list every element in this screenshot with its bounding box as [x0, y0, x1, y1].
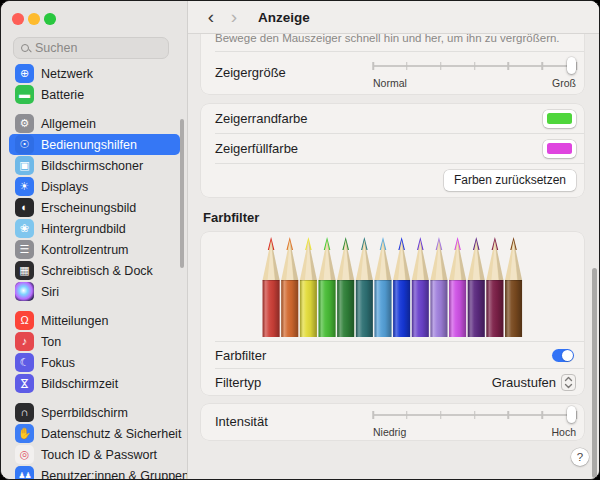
close-button[interactable] [12, 13, 24, 25]
sidebar-item-label: Kontrollzentrum [41, 243, 129, 257]
sidebar-item-label: Erscheinungsbild [41, 201, 136, 215]
color-pencils-svg [262, 236, 523, 337]
content-scrollbar[interactable] [592, 268, 597, 478]
intensity-card: Intensität Niedrig Hoch [201, 404, 584, 440]
sidebar-item-mitteilungen[interactable]: ΩMitteilungen [9, 310, 180, 331]
slider-tick [474, 411, 476, 419]
sidebar-item-kontrollzentrum[interactable]: ☰Kontrollzentrum [9, 239, 180, 260]
search-placeholder: Suchen [35, 41, 77, 55]
pointer-outline-color-well[interactable] [543, 110, 576, 128]
sidebar-item-label: Mitteilungen [41, 314, 108, 328]
sidebar: Suchen ⊕Netzwerk▬Batterie⚙Allgemein☉Bedi… [1, 1, 188, 480]
filter-type-value: Graustufen [492, 375, 556, 390]
ton-icon: ♪ [15, 332, 34, 351]
help-button[interactable]: ? [571, 448, 589, 466]
bildschirmzeit-icon: ⋈ [15, 374, 34, 393]
sidebar-item-displays[interactable]: ☀Displays [9, 176, 180, 197]
system-settings-window: Suchen ⊕Netzwerk▬Batterie⚙Allgemein☉Bedi… [0, 0, 600, 480]
pointer-colors-card: Zeigerrandfarbe Zeigerfüllfarbe Farben z… [201, 104, 584, 197]
sidebar-item-label: Bildschirmzeit [41, 377, 118, 391]
sidebar-item-label: Bedienungshilfen [41, 138, 137, 152]
filter-type-popup[interactable]: Graustufen [492, 374, 576, 391]
slider-tick [541, 62, 543, 70]
sidebar-item-siri[interactable]: Siri [9, 281, 180, 302]
sidebar-item-label: Touch ID & Passwort [41, 448, 157, 462]
sidebar-item-netzwerk[interactable]: ⊕Netzwerk [9, 63, 180, 84]
color-filters-card: Farbfilter Filtertyp Graustufen [201, 232, 584, 395]
search-field[interactable]: Suchen [13, 37, 169, 59]
sidebar-item-bedienungshilfen[interactable]: ☉Bedienungshilfen [9, 134, 180, 155]
sidebar-item-ton[interactable]: ♪Ton [9, 331, 180, 352]
pointer-outline-color-label: Zeigerrandfarbe [215, 111, 308, 126]
color-filter-toggle[interactable] [552, 349, 574, 362]
intensity-slider[interactable]: Niedrig Hoch [373, 406, 576, 438]
slider-max-label: Hoch [551, 426, 576, 438]
benutzer-icon: ♟♟ [15, 466, 34, 480]
pointer-size-slider[interactable]: Normal Groß [373, 57, 576, 89]
slider-thumb[interactable] [567, 57, 576, 74]
slider-min-label: Normal [373, 77, 407, 89]
back-button[interactable]: ‹ [202, 3, 220, 31]
sidebar-item-datenschutz[interactable]: ✋Datenschutz & Sicherheit [9, 423, 180, 444]
bedienungshilfen-icon: ☉ [15, 135, 34, 154]
color-filter-toggle-row: Farbfilter [201, 342, 584, 368]
color-filters-section-header: Farbfilter [203, 210, 584, 225]
slider-tick [508, 411, 510, 419]
intensity-row: Intensität Niedrig Hoch [201, 404, 584, 440]
sidebar-item-touch-id[interactable]: ◎Touch ID & Passwort [9, 444, 180, 465]
toolbar: ‹ › Anzeige [188, 1, 599, 34]
touch-id-icon: ◎ [15, 445, 34, 464]
fokus-icon: ☾ [15, 353, 34, 372]
sidebar-item-label: Datenschutz & Sicherheit [41, 427, 181, 441]
sidebar-item-allgemein[interactable]: ⚙Allgemein [9, 113, 180, 134]
sidebar-item-label: Allgemein [41, 117, 96, 131]
netzwerk-icon: ⊕ [15, 64, 34, 83]
minimize-button[interactable] [28, 13, 40, 25]
sidebar-item-schreibtisch-dock[interactable]: ▦Schreibtisch & Dock [9, 260, 180, 281]
reset-colors-button[interactable]: Farben zurücksetzen [444, 170, 576, 191]
sidebar-scrollbar[interactable] [180, 119, 185, 268]
sidebar-item-sperrbildschirm[interactable]: ∩Sperrbildschirm [9, 402, 180, 423]
pointer-fill-color-row: Zeigerfüllfarbe [201, 134, 584, 163]
sidebar-item-label: Benutzer:innen & Gruppen [41, 469, 187, 480]
sidebar-item-batterie[interactable]: ▬Batterie [9, 84, 180, 105]
slider-tick [474, 62, 476, 70]
slider-tick [372, 62, 374, 70]
sidebar-item-label: Displays [41, 180, 88, 194]
slider-thumb[interactable] [567, 406, 576, 423]
mitteilungen-icon: Ω [15, 311, 34, 330]
zoom-button[interactable] [44, 13, 56, 25]
slider-tick [440, 411, 442, 419]
sidebar-item-label: Siri [41, 285, 59, 299]
schreibtisch-dock-icon: ▦ [15, 261, 34, 280]
siri-icon [15, 282, 34, 301]
pointer-fill-color-well[interactable] [543, 140, 576, 158]
sidebar-nav: ⊕Netzwerk▬Batterie⚙Allgemein☉Bedienungsh… [1, 63, 187, 480]
sidebar-item-label: Netzwerk [41, 67, 93, 81]
color-filter-toggle-label: Farbfilter [215, 348, 266, 363]
pointer-fill-color-swatch [547, 143, 572, 154]
color-pencils-image [201, 232, 584, 341]
datenschutz-icon: ✋ [15, 424, 34, 443]
sidebar-item-fokus[interactable]: ☾Fokus [9, 352, 180, 373]
sidebar-item-hintergrundbild[interactable]: ❀Hintergrundbild [9, 218, 180, 239]
sidebar-item-benutzer[interactable]: ♟♟Benutzer:innen & Gruppen [9, 465, 180, 480]
pointer-shake-hint: Bewege den Mauszeiger schnell hin und he… [201, 34, 584, 51]
batterie-icon: ▬ [15, 85, 34, 104]
sidebar-item-label: Batterie [41, 88, 84, 102]
forward-button[interactable]: › [225, 3, 243, 31]
slider-min-label: Niedrig [373, 426, 406, 438]
sidebar-item-bildschirmschoner[interactable]: ▣Bildschirmschoner [9, 155, 180, 176]
settings-pane: ‹ › Anzeige Bewege den Mauszeiger schnel… [188, 1, 599, 479]
slider-tick [440, 62, 442, 70]
pointer-size-label: Zeigergröße [215, 65, 286, 80]
sidebar-item-label: Fokus [41, 356, 75, 370]
slider-tick [541, 411, 543, 419]
sidebar-item-erscheinungsbild[interactable]: ◐Erscheinungsbild [9, 197, 180, 218]
sidebar-item-bildschirmzeit[interactable]: ⋈Bildschirmzeit [9, 373, 180, 394]
slider-max-label: Groß [552, 77, 576, 89]
slider-tick [508, 62, 510, 70]
pointer-size-card: Bewege den Mauszeiger schnell hin und he… [201, 34, 584, 94]
allgemein-icon: ⚙ [15, 114, 34, 133]
reset-colors-row: Farben zurücksetzen [201, 164, 584, 197]
